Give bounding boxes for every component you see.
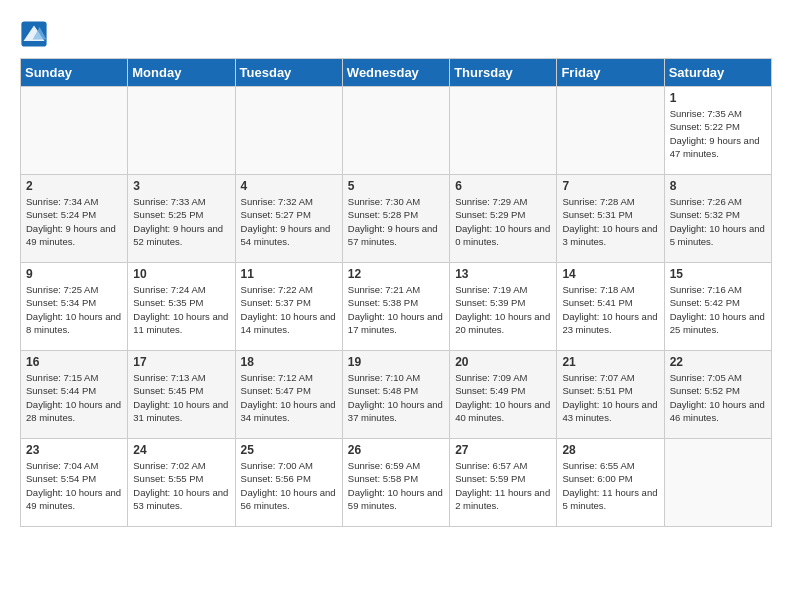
- calendar-cell: [128, 87, 235, 175]
- page-header: [20, 20, 772, 48]
- day-info: Sunrise: 7:24 AM Sunset: 5:35 PM Dayligh…: [133, 283, 229, 336]
- day-number: 14: [562, 267, 658, 281]
- weekday-header: Friday: [557, 59, 664, 87]
- calendar-week-row: 2Sunrise: 7:34 AM Sunset: 5:24 PM Daylig…: [21, 175, 772, 263]
- calendar-cell: 25Sunrise: 7:00 AM Sunset: 5:56 PM Dayli…: [235, 439, 342, 527]
- day-number: 4: [241, 179, 337, 193]
- weekday-header: Sunday: [21, 59, 128, 87]
- day-number: 28: [562, 443, 658, 457]
- day-info: Sunrise: 7:05 AM Sunset: 5:52 PM Dayligh…: [670, 371, 766, 424]
- day-info: Sunrise: 7:07 AM Sunset: 5:51 PM Dayligh…: [562, 371, 658, 424]
- calendar-cell: 1Sunrise: 7:35 AM Sunset: 5:22 PM Daylig…: [664, 87, 771, 175]
- day-number: 13: [455, 267, 551, 281]
- calendar-cell: 17Sunrise: 7:13 AM Sunset: 5:45 PM Dayli…: [128, 351, 235, 439]
- day-number: 6: [455, 179, 551, 193]
- day-number: 16: [26, 355, 122, 369]
- calendar-body: 1Sunrise: 7:35 AM Sunset: 5:22 PM Daylig…: [21, 87, 772, 527]
- calendar-cell: 12Sunrise: 7:21 AM Sunset: 5:38 PM Dayli…: [342, 263, 449, 351]
- day-info: Sunrise: 7:25 AM Sunset: 5:34 PM Dayligh…: [26, 283, 122, 336]
- calendar-cell: 14Sunrise: 7:18 AM Sunset: 5:41 PM Dayli…: [557, 263, 664, 351]
- day-number: 23: [26, 443, 122, 457]
- day-number: 11: [241, 267, 337, 281]
- weekday-header: Tuesday: [235, 59, 342, 87]
- day-number: 25: [241, 443, 337, 457]
- day-number: 15: [670, 267, 766, 281]
- calendar-cell: 24Sunrise: 7:02 AM Sunset: 5:55 PM Dayli…: [128, 439, 235, 527]
- calendar-cell: 7Sunrise: 7:28 AM Sunset: 5:31 PM Daylig…: [557, 175, 664, 263]
- day-info: Sunrise: 7:15 AM Sunset: 5:44 PM Dayligh…: [26, 371, 122, 424]
- weekday-header: Thursday: [450, 59, 557, 87]
- day-number: 1: [670, 91, 766, 105]
- day-info: Sunrise: 7:22 AM Sunset: 5:37 PM Dayligh…: [241, 283, 337, 336]
- day-info: Sunrise: 7:00 AM Sunset: 5:56 PM Dayligh…: [241, 459, 337, 512]
- logo-icon: [20, 20, 48, 48]
- day-info: Sunrise: 7:29 AM Sunset: 5:29 PM Dayligh…: [455, 195, 551, 248]
- day-info: Sunrise: 6:59 AM Sunset: 5:58 PM Dayligh…: [348, 459, 444, 512]
- day-number: 10: [133, 267, 229, 281]
- calendar-cell: 10Sunrise: 7:24 AM Sunset: 5:35 PM Dayli…: [128, 263, 235, 351]
- calendar-cell: 8Sunrise: 7:26 AM Sunset: 5:32 PM Daylig…: [664, 175, 771, 263]
- day-info: Sunrise: 7:34 AM Sunset: 5:24 PM Dayligh…: [26, 195, 122, 248]
- calendar-cell: 4Sunrise: 7:32 AM Sunset: 5:27 PM Daylig…: [235, 175, 342, 263]
- day-number: 3: [133, 179, 229, 193]
- day-info: Sunrise: 7:04 AM Sunset: 5:54 PM Dayligh…: [26, 459, 122, 512]
- calendar-cell: 13Sunrise: 7:19 AM Sunset: 5:39 PM Dayli…: [450, 263, 557, 351]
- day-info: Sunrise: 6:55 AM Sunset: 6:00 PM Dayligh…: [562, 459, 658, 512]
- day-number: 7: [562, 179, 658, 193]
- calendar-cell: 20Sunrise: 7:09 AM Sunset: 5:49 PM Dayli…: [450, 351, 557, 439]
- calendar-cell: 3Sunrise: 7:33 AM Sunset: 5:25 PM Daylig…: [128, 175, 235, 263]
- calendar-header: SundayMondayTuesdayWednesdayThursdayFrid…: [21, 59, 772, 87]
- calendar-table: SundayMondayTuesdayWednesdayThursdayFrid…: [20, 58, 772, 527]
- day-info: Sunrise: 7:33 AM Sunset: 5:25 PM Dayligh…: [133, 195, 229, 248]
- day-number: 12: [348, 267, 444, 281]
- day-number: 19: [348, 355, 444, 369]
- day-info: Sunrise: 7:09 AM Sunset: 5:49 PM Dayligh…: [455, 371, 551, 424]
- calendar-week-row: 1Sunrise: 7:35 AM Sunset: 5:22 PM Daylig…: [21, 87, 772, 175]
- day-info: Sunrise: 7:02 AM Sunset: 5:55 PM Dayligh…: [133, 459, 229, 512]
- calendar-cell: 15Sunrise: 7:16 AM Sunset: 5:42 PM Dayli…: [664, 263, 771, 351]
- weekday-header: Monday: [128, 59, 235, 87]
- calendar-cell: [342, 87, 449, 175]
- logo: [20, 20, 50, 48]
- day-info: Sunrise: 7:28 AM Sunset: 5:31 PM Dayligh…: [562, 195, 658, 248]
- day-info: Sunrise: 7:30 AM Sunset: 5:28 PM Dayligh…: [348, 195, 444, 248]
- calendar-week-row: 23Sunrise: 7:04 AM Sunset: 5:54 PM Dayli…: [21, 439, 772, 527]
- day-number: 21: [562, 355, 658, 369]
- weekday-row: SundayMondayTuesdayWednesdayThursdayFrid…: [21, 59, 772, 87]
- calendar-cell: [450, 87, 557, 175]
- day-number: 20: [455, 355, 551, 369]
- day-number: 18: [241, 355, 337, 369]
- day-number: 9: [26, 267, 122, 281]
- weekday-header: Saturday: [664, 59, 771, 87]
- calendar-cell: 18Sunrise: 7:12 AM Sunset: 5:47 PM Dayli…: [235, 351, 342, 439]
- calendar-cell: 22Sunrise: 7:05 AM Sunset: 5:52 PM Dayli…: [664, 351, 771, 439]
- weekday-header: Wednesday: [342, 59, 449, 87]
- day-info: Sunrise: 7:12 AM Sunset: 5:47 PM Dayligh…: [241, 371, 337, 424]
- calendar-week-row: 9Sunrise: 7:25 AM Sunset: 5:34 PM Daylig…: [21, 263, 772, 351]
- day-info: Sunrise: 7:10 AM Sunset: 5:48 PM Dayligh…: [348, 371, 444, 424]
- calendar-cell: [664, 439, 771, 527]
- day-info: Sunrise: 7:21 AM Sunset: 5:38 PM Dayligh…: [348, 283, 444, 336]
- day-info: Sunrise: 7:32 AM Sunset: 5:27 PM Dayligh…: [241, 195, 337, 248]
- calendar-week-row: 16Sunrise: 7:15 AM Sunset: 5:44 PM Dayli…: [21, 351, 772, 439]
- calendar-cell: 6Sunrise: 7:29 AM Sunset: 5:29 PM Daylig…: [450, 175, 557, 263]
- day-number: 2: [26, 179, 122, 193]
- day-info: Sunrise: 7:19 AM Sunset: 5:39 PM Dayligh…: [455, 283, 551, 336]
- calendar-cell: 2Sunrise: 7:34 AM Sunset: 5:24 PM Daylig…: [21, 175, 128, 263]
- calendar-cell: 26Sunrise: 6:59 AM Sunset: 5:58 PM Dayli…: [342, 439, 449, 527]
- day-info: Sunrise: 7:13 AM Sunset: 5:45 PM Dayligh…: [133, 371, 229, 424]
- calendar-cell: [21, 87, 128, 175]
- day-info: Sunrise: 6:57 AM Sunset: 5:59 PM Dayligh…: [455, 459, 551, 512]
- calendar-cell: 9Sunrise: 7:25 AM Sunset: 5:34 PM Daylig…: [21, 263, 128, 351]
- day-info: Sunrise: 7:26 AM Sunset: 5:32 PM Dayligh…: [670, 195, 766, 248]
- calendar-cell: [235, 87, 342, 175]
- calendar-cell: 23Sunrise: 7:04 AM Sunset: 5:54 PM Dayli…: [21, 439, 128, 527]
- calendar-cell: 28Sunrise: 6:55 AM Sunset: 6:00 PM Dayli…: [557, 439, 664, 527]
- day-number: 5: [348, 179, 444, 193]
- day-number: 26: [348, 443, 444, 457]
- day-info: Sunrise: 7:16 AM Sunset: 5:42 PM Dayligh…: [670, 283, 766, 336]
- calendar-cell: 5Sunrise: 7:30 AM Sunset: 5:28 PM Daylig…: [342, 175, 449, 263]
- day-info: Sunrise: 7:35 AM Sunset: 5:22 PM Dayligh…: [670, 107, 766, 160]
- day-number: 22: [670, 355, 766, 369]
- day-number: 17: [133, 355, 229, 369]
